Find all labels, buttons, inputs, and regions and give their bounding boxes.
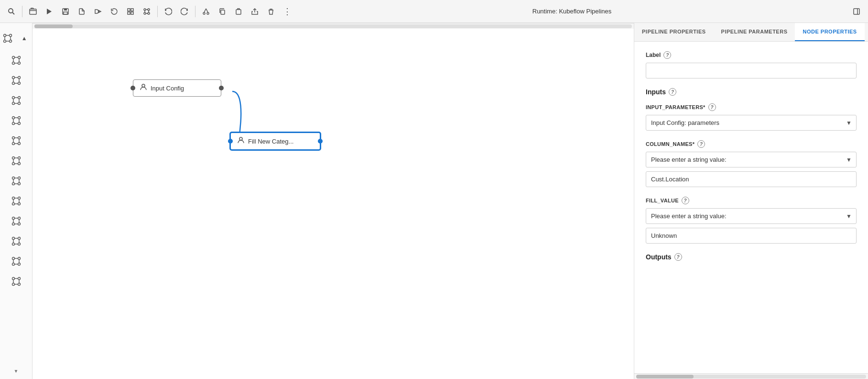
fill-value-help-icon[interactable]: ? xyxy=(682,197,689,204)
tab-pipeline-parameters[interactable]: PIPELINE PARAMETERS xyxy=(714,23,795,41)
toolbar-title: Runtime: Kubeflow Pipelines xyxy=(296,8,848,15)
svg-point-111 xyxy=(18,237,20,240)
svg-rect-12 xyxy=(128,12,130,14)
column-names-label-text: COLUMN_NAMES* xyxy=(646,141,694,147)
svg-line-1 xyxy=(12,12,14,14)
search-button[interactable] xyxy=(4,4,19,19)
input-parameters-help-icon[interactable]: ? xyxy=(708,103,716,111)
svg-rect-5 xyxy=(64,9,67,11)
column-names-select[interactable]: Please enter a string value: xyxy=(646,152,857,167)
save-button[interactable] xyxy=(58,4,73,19)
sidebar-item-10[interactable] xyxy=(7,232,26,251)
svg-point-128 xyxy=(12,283,14,286)
column-names-input[interactable] xyxy=(646,171,857,187)
sidebar-item-8[interactable] xyxy=(7,191,26,211)
outputs-help-icon[interactable]: ? xyxy=(674,253,682,261)
nodes-button[interactable] xyxy=(139,4,154,19)
tab-node-properties[interactable]: NODE PROPERTIES xyxy=(795,23,864,41)
sidebar-nodes-top[interactable] xyxy=(0,29,16,48)
input-parameters-label: INPUT_PARAMETERS* ? xyxy=(646,103,857,111)
node-fill-new-categ[interactable]: Fill New Categ... xyxy=(230,132,321,150)
node-input-config-port-left[interactable] xyxy=(130,86,135,90)
sidebar-scroll-down[interactable]: ▼ xyxy=(11,367,22,375)
main-area: ▲ xyxy=(0,23,868,379)
more-button[interactable]: ⋮ xyxy=(280,4,295,19)
outputs-title: Outputs xyxy=(646,253,672,261)
right-panel-scrollbar[interactable] xyxy=(634,373,868,379)
svg-point-112 xyxy=(12,243,14,245)
label-help-icon[interactable]: ? xyxy=(663,51,671,59)
label-input[interactable] xyxy=(646,63,857,78)
right-panel-scrollbar-thumb[interactable] xyxy=(636,375,694,379)
node-input-config-port-right[interactable] xyxy=(219,86,224,90)
svg-point-113 xyxy=(18,243,20,245)
run-button[interactable] xyxy=(42,4,57,19)
paste-button[interactable] xyxy=(231,4,246,19)
svg-point-104 xyxy=(12,223,14,225)
sidebar-item-1[interactable] xyxy=(7,51,26,70)
sidebar-item-6[interactable] xyxy=(7,151,26,170)
copy-button[interactable] xyxy=(215,4,230,19)
open-button[interactable] xyxy=(25,4,41,19)
node-input-config-label: Input Config xyxy=(151,85,184,92)
svg-point-119 xyxy=(18,257,20,260)
svg-point-102 xyxy=(12,217,14,220)
svg-point-87 xyxy=(18,177,20,179)
delete-button[interactable] xyxy=(263,4,279,19)
svg-point-62 xyxy=(12,117,14,119)
sidebar-expand[interactable]: ▲ xyxy=(17,29,33,48)
column-names-select-wrapper: Please enter a string value: ▼ xyxy=(646,152,857,167)
grid-button[interactable] xyxy=(123,4,138,19)
inputs-help-icon[interactable]: ? xyxy=(669,88,676,96)
panel-toggle-button[interactable] xyxy=(849,4,864,19)
connector-svg xyxy=(33,23,634,379)
sidebar-item-5[interactable] xyxy=(7,131,26,150)
canvas-area[interactable]: Input Config Fill New Categ... xyxy=(33,23,634,379)
refresh-button[interactable] xyxy=(107,4,122,19)
svg-point-126 xyxy=(12,278,14,280)
svg-point-127 xyxy=(18,278,20,280)
column-names-help-icon[interactable]: ? xyxy=(697,140,705,148)
input-parameters-select[interactable]: Input Config: parameters xyxy=(646,115,857,131)
sidebar-item-11[interactable] xyxy=(7,252,26,271)
svg-point-73 xyxy=(18,143,20,145)
svg-marker-7 xyxy=(95,10,101,13)
node-input-config[interactable]: Input Config xyxy=(133,79,221,97)
svg-point-110 xyxy=(12,237,14,240)
svg-point-72 xyxy=(12,143,14,145)
svg-point-63 xyxy=(18,117,20,119)
node-fill-new-categ-port-right[interactable] xyxy=(318,139,323,144)
sidebar-item-12[interactable] xyxy=(7,272,26,291)
node-fill-new-categ-icon xyxy=(237,136,245,146)
fill-value-input[interactable] xyxy=(646,228,857,244)
canvas-scroll[interactable]: Input Config Fill New Categ... xyxy=(33,23,634,379)
label-section-title: Label ? xyxy=(646,51,857,59)
right-panel-scrollbar-track[interactable] xyxy=(636,375,866,379)
inputs-section: Inputs ? INPUT_PARAMETERS* ? Input Confi… xyxy=(646,88,857,261)
column-names-label: COLUMN_NAMES* ? xyxy=(646,140,857,148)
cut-button[interactable] xyxy=(198,4,214,19)
share-button[interactable] xyxy=(247,4,262,19)
sidebar-item-9[interactable] xyxy=(7,212,26,231)
sidebar-item-4[interactable] xyxy=(7,111,26,130)
sep3 xyxy=(195,6,195,17)
node-fill-new-categ-port-left[interactable] xyxy=(228,139,233,144)
sidebar-item-3[interactable] xyxy=(7,91,26,110)
right-panel: PIPELINE PROPERTIES PIPELINE PARAMETERS … xyxy=(634,23,868,379)
export-button[interactable] xyxy=(74,4,89,19)
fill-value-select[interactable]: Please enter a string value: xyxy=(646,208,857,224)
svg-point-14 xyxy=(144,9,146,11)
panel-content: Label ? Inputs ? INPUT_PARAMETERS* ? xyxy=(634,42,868,373)
svg-rect-6 xyxy=(64,12,67,14)
svg-point-79 xyxy=(18,157,20,159)
svg-point-95 xyxy=(18,197,20,200)
sidebar-item-2[interactable] xyxy=(7,71,26,90)
tab-pipeline-properties[interactable]: PIPELINE PROPERTIES xyxy=(634,23,714,41)
clear-button[interactable] xyxy=(90,4,106,19)
undo-button[interactable] xyxy=(161,4,176,19)
sidebar-item-7[interactable] xyxy=(7,171,26,190)
redo-button[interactable] xyxy=(177,4,192,19)
svg-point-16 xyxy=(144,12,146,14)
svg-point-47 xyxy=(18,77,20,79)
svg-point-88 xyxy=(12,183,14,185)
